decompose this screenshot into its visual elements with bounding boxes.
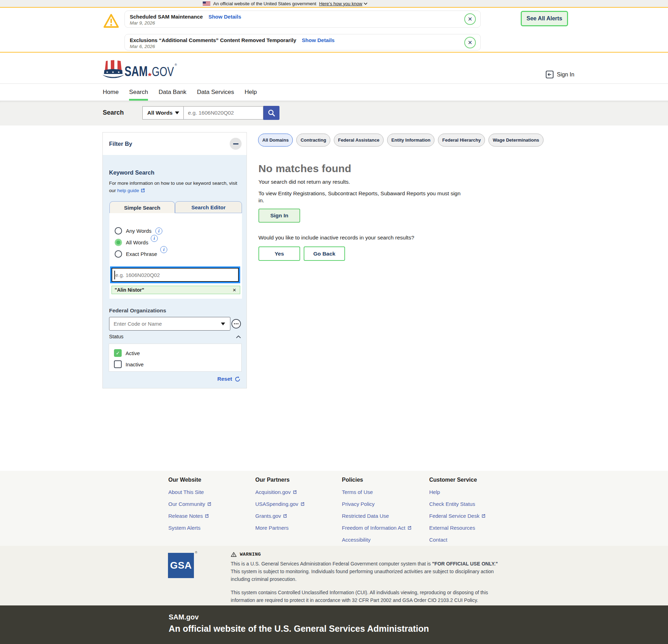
minus-icon [233, 143, 238, 144]
footer-link-label: Freedom of Information Act [342, 525, 405, 531]
inactive-records-question: Would you like to include inactive recor… [258, 235, 414, 241]
alert-date: Mar 6, 2026 [130, 44, 475, 49]
footer-column-our-partners: Our Partners Acquisition.gov USASpending… [255, 477, 305, 537]
footer-link-release-notes[interactable]: Release Notes [168, 513, 211, 519]
federal-organizations-heading: Federal Organizations [109, 307, 166, 314]
footer-link-terms-of-use[interactable]: Terms of Use [342, 489, 412, 495]
filter-panel: Filter By Keyword Search For more inform… [102, 132, 247, 388]
footer-link-check-entity-status[interactable]: Check Entity Status [429, 501, 486, 507]
tab-simple-search[interactable]: Simple Search [109, 201, 175, 213]
alert-close-button[interactable]: ✕ [464, 13, 476, 25]
help-guide-link[interactable]: help guide [117, 188, 145, 193]
filter-collapse-button[interactable] [230, 138, 242, 150]
svg-text:SAM: SAM [124, 63, 148, 78]
gov-banner-link-label: Here’s how you know [319, 1, 362, 6]
footer-link-help[interactable]: Help [429, 489, 486, 495]
yes-button[interactable]: Yes [258, 246, 300, 261]
footer-link-foia[interactable]: Freedom of Information Act [342, 525, 412, 531]
radio-any-words[interactable] [115, 227, 122, 235]
alert-show-details-link[interactable]: Show Details [302, 37, 335, 43]
tab-search-editor[interactable]: Search Editor [175, 201, 242, 213]
footer-link-label: USASpending.gov [255, 501, 298, 507]
keyword-input[interactable] [112, 268, 239, 282]
status-label: Status [109, 334, 123, 339]
footer-link-privacy-policy[interactable]: Privacy Policy [342, 501, 412, 507]
domain-pill-federal-assistance[interactable]: Federal Assistance [334, 134, 384, 147]
footer-link-system-alerts[interactable]: System Alerts [168, 525, 211, 531]
footer-column-customer-service: Customer Service Help Check Entity Statu… [429, 477, 486, 549]
info-icon[interactable]: i [160, 246, 167, 253]
text-segment: This is a U.S. General Services Administ… [231, 561, 432, 567]
footer-link-label: Check Entity Status [429, 501, 475, 507]
site-header: SAM GOV ® Sign In [0, 53, 668, 83]
combo-caret-icon [221, 323, 225, 325]
alert-title-row: Scheduled SAM Maintenance Show Details [130, 14, 475, 20]
gsa-registered-mark: ® [195, 551, 197, 554]
fedorg-more-button[interactable] [231, 319, 241, 328]
footer-link-external-resources[interactable]: External Resources [429, 525, 486, 531]
go-back-button[interactable]: Go Back [304, 246, 345, 261]
footer-link-label: About This Site [168, 489, 204, 495]
domain-pill-federal-hierarchy[interactable]: Federal Hierarchy [438, 134, 485, 147]
radio-all-words[interactable] [115, 239, 122, 246]
warning-triangle-icon [103, 13, 119, 30]
sam-gov-logo[interactable]: SAM GOV ® [102, 60, 174, 78]
checkbox-inactive[interactable] [114, 360, 122, 368]
sign-in-button[interactable]: Sign In [258, 209, 300, 223]
alert-title: Exclusions “Additional Comments” Content… [130, 37, 296, 43]
dark-footer-tagline: An official website of the U.S. General … [169, 624, 429, 634]
nav-item-help[interactable]: Help [244, 84, 257, 101]
footer-link-contact[interactable]: Contact [429, 537, 486, 543]
footer-link-label: External Resources [429, 525, 475, 531]
footer-link-acquisition-gov[interactable]: Acquisition.gov [255, 489, 305, 495]
alerts-section: Scheduled SAM Maintenance Show Details M… [0, 8, 668, 53]
search-strip-label: Search [103, 109, 124, 116]
search-submit-button[interactable] [263, 106, 279, 120]
main-nav: Home Search Data Bank Data Services Help [0, 83, 668, 101]
domain-pill-entity-information[interactable]: Entity Information [387, 134, 434, 147]
chip-close-icon[interactable]: ✕ [232, 288, 236, 292]
sign-in-link[interactable]: Sign In [546, 70, 574, 79]
nav-item-data-bank[interactable]: Data Bank [158, 84, 186, 101]
alert-item: Scheduled SAM Maintenance Show Details M… [124, 11, 481, 28]
federal-organizations-combo[interactable]: Enter Code or Name [109, 317, 230, 331]
domain-pill-wage-determinations[interactable]: Wage Determinations [488, 134, 543, 147]
footer-link-accessibility[interactable]: Accessibility [342, 537, 412, 543]
footer-link-usaspending-gov[interactable]: USASpending.gov [255, 501, 305, 507]
chevron-up-icon[interactable] [236, 335, 241, 338]
footer-link-restricted-data-use[interactable]: Restricted Data Use [342, 513, 412, 519]
footer-link-about-this-site[interactable]: About This Site [168, 489, 211, 495]
checkbox-inactive-label: Inactive [126, 361, 144, 367]
footer-link-label: Restricted Data Use [342, 513, 389, 519]
warning-paragraph-1: This is a U.S. General Services Administ… [231, 560, 508, 583]
info-icon[interactable]: i [155, 228, 162, 235]
footer-link-grants-gov[interactable]: Grants.gov [255, 513, 305, 519]
nav-item-home[interactable]: Home [103, 84, 119, 101]
checkbox-active[interactable]: ✓ [114, 349, 122, 357]
see-all-alerts-button[interactable]: See All Alerts [521, 11, 568, 26]
footer-link-label: Terms of Use [342, 489, 373, 495]
alert-close-button[interactable]: ✕ [464, 37, 476, 48]
nav-item-search[interactable]: Search [129, 84, 148, 101]
domain-pill-contracting[interactable]: Contracting [296, 134, 330, 147]
footer-heading: Policies [342, 477, 412, 483]
domain-pill-all-domains[interactable]: All Domains [258, 134, 293, 147]
footer-heading: Our Partners [255, 477, 305, 483]
reset-control[interactable]: Reset [217, 376, 241, 382]
gov-banner-how-link[interactable]: Here’s how you know [319, 1, 367, 6]
external-link-icon [292, 490, 297, 494]
nav-item-data-services[interactable]: Data Services [197, 84, 234, 101]
footer-link-label: Help [429, 489, 440, 495]
alert-show-details-link[interactable]: Show Details [208, 14, 241, 20]
search-input[interactable] [184, 106, 263, 120]
footer-link-more-partners[interactable]: More Partners [255, 525, 305, 531]
footer-link-federal-service-desk[interactable]: Federal Service Desk [429, 513, 486, 519]
select-caret-icon [175, 111, 179, 114]
info-icon[interactable]: i [151, 235, 158, 242]
footer-link-our-community[interactable]: Our Community [168, 501, 211, 507]
us-flag-icon [203, 1, 210, 6]
search-mode-select[interactable]: All Words [142, 106, 184, 120]
search-strip: Search All Words [0, 101, 668, 126]
radio-exact-phrase[interactable] [115, 250, 122, 258]
text-segment-bold: "FOR OFFICIAL USE ONLY." [432, 561, 498, 567]
